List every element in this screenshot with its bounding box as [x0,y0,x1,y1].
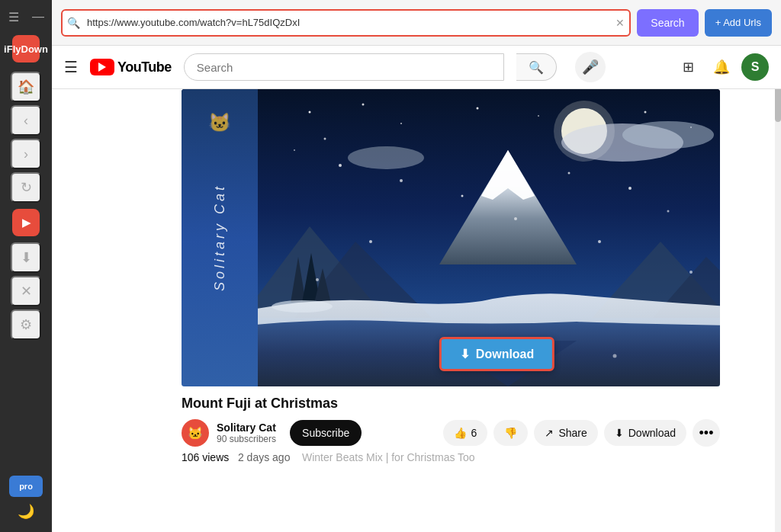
url-input[interactable] [61,9,631,37]
svg-point-28 [461,195,464,197]
svg-point-8 [644,111,647,114]
yt-notifications-icon[interactable]: 🔔 [708,53,735,81]
channel-name: Solitary Cat [217,421,276,434]
channel-subscribers: 90 subscribers [217,434,276,444]
yt-shortcut-btn[interactable]: ▶ [12,209,40,236]
video-actions: 👍 6 👎 ↗ Share ⬇ Download [443,419,720,447]
dark-mode-btn[interactable]: 🌙 [18,503,34,520]
yt-logo-icon [90,59,114,75]
channel-info: Solitary Cat 90 subscribers [217,421,276,444]
svg-point-32 [667,210,670,213]
video-title: Mount Fuji at Christmas [182,396,720,412]
dislike-button[interactable]: 👎 [493,420,528,446]
yt-create-icon[interactable]: ⊞ [674,53,702,81]
view-count: 106 views [182,451,229,463]
svg-point-10 [294,149,295,151]
fuji-scene: 🐱 Solitary Cat [182,89,720,386]
svg-point-38 [613,354,617,358]
sidebar-forward-btn[interactable]: › [11,139,41,169]
yt-user-avatar[interactable]: S [741,53,769,81]
download-overlay-button[interactable]: ⬇ Download [439,337,554,371]
yt-logo-text: YouTube [117,59,172,75]
yt-search-btn[interactable]: 🔍 [516,53,557,81]
video-thumbnail[interactable]: 🐱 Solitary Cat [182,89,720,386]
video-info: Mount Fuji at Christmas 🐱 Solitary Cat 9… [182,386,720,473]
days-ago [232,451,235,463]
pro-label: pro [19,482,33,491]
sidebar-home-btn[interactable]: 🏠 [11,72,41,102]
sidebar-download-btn[interactable]: ⬇ [11,242,41,273]
svg-point-35 [316,278,319,281]
yt-menu-icon[interactable]: ☰ [64,58,78,76]
svg-point-4 [362,104,365,106]
sidebar: 👤 🛒 ☰ — ⧠ ✕ iFlyDown 🏠 ‹ › ↻ ▶ ⬇ ✕ ⚙ pro… [0,0,52,532]
svg-point-33 [369,240,372,243]
dislike-icon: 👎 [504,427,517,439]
url-bar-container: 🔍 ✕ [61,9,631,37]
svg-point-36 [689,271,693,274]
top-bar: 🔍 ✕ Search + Add Urls [52,0,781,46]
download-icon: ⬇ [615,427,624,439]
video-meta: 106 views 2 days ago Winter Beats Mix | … [182,447,720,466]
sidebar-back-btn[interactable]: ‹ [11,105,41,136]
share-button[interactable]: ↗ Share [534,420,597,446]
search-button[interactable]: Search [637,9,698,37]
sidebar-settings-btn[interactable]: ⚙ [11,309,41,340]
channel-row: 🐱 Solitary Cat 90 subscribers Subscribe … [182,419,720,447]
yt-header-right: ⊞ 🔔 S [674,53,769,81]
svg-point-11 [324,138,326,140]
svg-point-34 [598,240,601,243]
svg-point-3 [309,111,311,114]
svg-point-31 [628,187,632,190]
svg-point-27 [400,179,403,182]
svg-point-29 [514,217,517,220]
more-dots-icon: ••• [699,425,714,441]
more-options-button[interactable]: ••• [693,419,720,447]
svg-point-5 [400,123,402,124]
subscribe-button[interactable]: Subscribe [290,420,362,446]
sidebar-refresh-btn[interactable]: ↻ [11,172,41,203]
add-urls-button[interactable]: + Add Urls [705,9,772,37]
sidebar-tools-btn[interactable]: ✕ [11,276,41,306]
hamburger-icon-btn[interactable]: ☰ [3,6,24,27]
like-button[interactable]: 👍 6 [443,420,488,446]
pro-badge[interactable]: pro [9,476,43,497]
main-content: 🔍 ✕ Search + Add Urls ☰ YouTube 🔍 🎤 [52,0,781,532]
upload-date: 2 days ago [238,451,291,463]
yt-logo-play-triangle [98,62,106,72]
yt-logo[interactable]: YouTube [90,59,172,75]
download-action-button[interactable]: ⬇ Download [604,420,686,446]
mix-title: Winter Beats Mix | for Christmas Too [302,451,475,463]
like-icon: 👍 [454,427,467,439]
left-panel-text: Solitary Cat [212,184,228,291]
video-container: 🐱 Solitary Cat [52,89,781,473]
svg-point-13 [622,121,714,149]
share-icon: ↗ [545,427,554,439]
svg-point-14 [348,146,424,169]
svg-point-6 [477,107,479,110]
left-panel: 🐱 Solitary Cat [182,89,258,386]
url-clear-btn[interactable]: ✕ [615,17,625,29]
svg-point-7 [538,115,539,117]
logo-letter: iFlyDown [4,43,48,55]
channel-avatar[interactable]: 🐱 [182,419,209,447]
yt-search-input[interactable] [184,53,504,81]
url-search-icon: 🔍 [67,17,80,29]
browser-area: ☰ YouTube 🔍 🎤 ⊞ 🔔 S [52,46,781,532]
scrollbar-track[interactable] [775,46,781,532]
cat-decorative-icon: 🐱 [208,112,231,133]
mix-label [293,451,299,463]
svg-point-26 [339,164,342,167]
yt-mic-btn[interactable]: 🎤 [575,52,606,82]
youtube-header: ☰ YouTube 🔍 🎤 ⊞ 🔔 S [52,46,781,89]
minimize-btn[interactable]: — [27,6,49,27]
svg-point-30 [568,172,570,175]
app-logo: iFlyDown [12,35,40,62]
